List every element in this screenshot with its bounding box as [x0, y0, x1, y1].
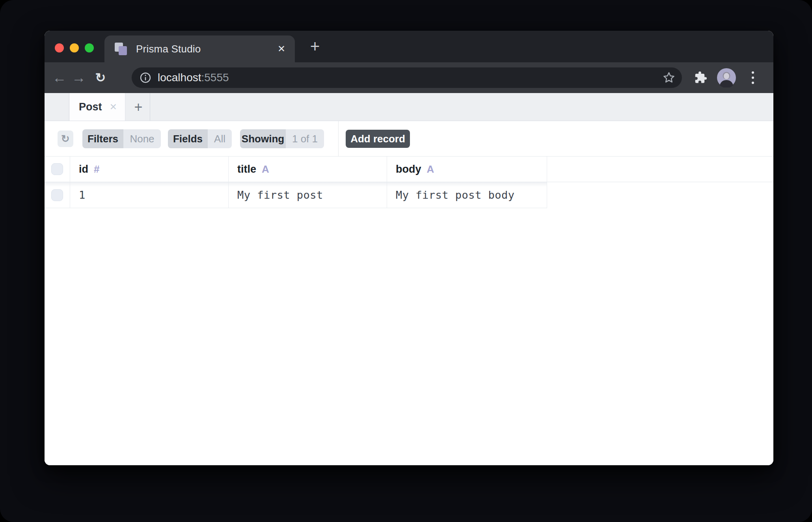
site-info-icon[interactable] [140, 72, 151, 84]
filters-label: Filters [82, 129, 123, 148]
reload-icon[interactable]: ↻ [91, 62, 110, 93]
browser-tab-title: Prisma Studio [136, 43, 201, 55]
select-all-checkbox[interactable] [51, 163, 63, 175]
model-tab-label: Post [79, 101, 102, 113]
bookmark-star-icon[interactable] [662, 71, 676, 85]
filters-button[interactable]: Filters None [82, 129, 161, 148]
filters-value: None [123, 129, 161, 148]
extensions-puzzle-icon[interactable] [693, 62, 708, 93]
tabbar-divider [150, 93, 150, 121]
new-tab-button[interactable]: + [305, 37, 324, 56]
cell-title[interactable]: My first post [229, 182, 387, 208]
showing-value: 1 of 1 [286, 129, 324, 148]
add-record-button[interactable]: Add record [346, 130, 410, 148]
column-name: title [237, 163, 256, 175]
showing-button[interactable]: Showing 1 of 1 [240, 129, 324, 148]
desktop-background: Prisma Studio ✕ + ← → ↻ localhost :5555 [0, 0, 812, 522]
int-type-icon: # [94, 163, 99, 175]
studio-model-tabbar: Post ✕ + [45, 93, 773, 121]
back-icon[interactable]: ← [50, 62, 69, 93]
string-type-icon: A [262, 163, 269, 175]
window-zoom-button[interactable] [85, 43, 94, 52]
window-minimize-button[interactable] [70, 43, 79, 52]
refresh-button[interactable]: ↻ [58, 130, 73, 147]
select-all-cell [45, 157, 70, 182]
window-controls [55, 43, 94, 52]
browser-menu-icon[interactable] [746, 62, 760, 93]
window-close-button[interactable] [55, 43, 64, 52]
showing-label: Showing [240, 129, 286, 148]
string-type-icon: A [427, 163, 434, 175]
header-spacer [547, 157, 773, 182]
toolbar-divider [338, 121, 339, 156]
fields-value: All [208, 129, 232, 148]
studio-toolbar: ↻ Filters None Fields All Showing 1 of 1… [45, 121, 773, 157]
column-header-id[interactable]: id # [70, 157, 229, 182]
row-checkbox[interactable] [51, 189, 63, 201]
empty-content-area [45, 208, 773, 465]
table-row[interactable]: 1 My first post My first post body [45, 182, 773, 208]
cell-body[interactable]: My first post body [387, 182, 547, 208]
fields-label: Fields [168, 129, 208, 148]
address-bar[interactable]: localhost :5555 [132, 67, 682, 88]
model-tab-close-icon[interactable]: ✕ [110, 102, 117, 112]
row-spacer [547, 182, 773, 208]
column-name: id [79, 163, 88, 175]
forward-icon[interactable]: → [70, 62, 88, 93]
profile-avatar[interactable] [715, 62, 738, 93]
browser-toolbar: ← → ↻ localhost :5555 [45, 62, 773, 93]
column-header-body[interactable]: body A [387, 157, 547, 182]
url-host: localhost [158, 71, 201, 84]
browser-tab[interactable]: Prisma Studio ✕ [104, 35, 295, 62]
tab-close-icon[interactable]: ✕ [277, 44, 285, 54]
browser-window: Prisma Studio ✕ + ← → ↻ localhost :5555 [45, 31, 773, 465]
cell-id[interactable]: 1 [70, 182, 229, 208]
browser-tab-strip: Prisma Studio ✕ + [45, 31, 773, 62]
row-select-cell [45, 182, 70, 208]
model-tab-post[interactable]: Post ✕ [69, 93, 125, 121]
fields-button[interactable]: Fields All [168, 129, 232, 148]
url-port: :5555 [201, 71, 229, 84]
table-header-row: id # title A body A [45, 157, 773, 182]
column-header-title[interactable]: title A [229, 157, 387, 182]
prisma-favicon-icon [115, 42, 129, 56]
add-model-tab-button[interactable]: + [130, 99, 147, 116]
column-name: body [396, 163, 421, 175]
